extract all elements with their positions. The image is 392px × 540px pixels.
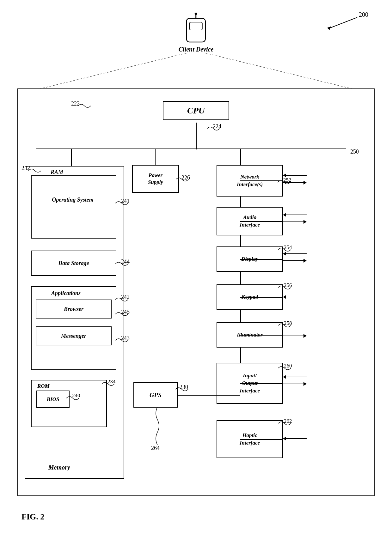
svg-marker-27 xyxy=(283,375,286,379)
squiggle-258 xyxy=(278,322,294,329)
audio-arrow-right xyxy=(283,219,308,225)
fig-label: FIG. 2 xyxy=(21,512,44,522)
memory-v-line xyxy=(71,149,72,167)
data-storage-box: Data Storage xyxy=(31,251,116,276)
svg-marker-29 xyxy=(283,437,286,440)
cpu-label: CPU xyxy=(163,101,229,120)
h-branch-illuminator xyxy=(240,335,283,336)
client-device: Client Device xyxy=(179,13,214,53)
bios-box: BIOS xyxy=(36,391,70,408)
browser-box: Browser xyxy=(36,300,112,319)
squiggle-262 xyxy=(278,420,294,427)
client-device-label: Client Device xyxy=(179,46,214,53)
svg-line-0 xyxy=(329,17,357,28)
squiggle-243 xyxy=(115,337,131,343)
messenger-label: Messenger xyxy=(61,333,86,339)
squiggle-241 xyxy=(115,200,131,206)
squiggle-242 xyxy=(115,296,131,303)
squiggle-230 xyxy=(175,386,191,392)
h-branch-network xyxy=(240,180,283,181)
ref-200-label: 200 xyxy=(359,11,368,18)
ref-250: 250 xyxy=(350,149,359,155)
squiggle-222 xyxy=(78,103,94,109)
svg-line-7 xyxy=(205,53,357,90)
svg-marker-11 xyxy=(283,173,286,177)
power-supply-label: PowerSupply xyxy=(148,172,163,186)
cpu-box: CPU xyxy=(163,101,229,120)
squiggle-224 xyxy=(207,125,223,132)
network-arrow-left xyxy=(283,172,308,179)
squiggle-240 xyxy=(66,395,82,401)
ram-label: RAM xyxy=(51,169,63,176)
squiggle-226 xyxy=(176,176,192,183)
device-icon xyxy=(185,13,207,44)
gps-label: GPS xyxy=(150,391,162,399)
squiggle-244 xyxy=(115,261,131,267)
gps-box: GPS xyxy=(133,382,178,408)
audio-arrow-left xyxy=(283,212,308,218)
keypad-arrow-left xyxy=(283,294,308,300)
svg-marker-9 xyxy=(303,181,307,185)
power-v-line xyxy=(155,149,156,166)
ram-inner-box xyxy=(31,175,116,239)
diagram-container: 200 Client Device CPU 222 224 xyxy=(0,0,392,540)
svg-marker-15 xyxy=(283,213,286,217)
squiggle-234 xyxy=(102,381,118,387)
os-label: Operating System xyxy=(41,196,104,204)
svg-marker-1 xyxy=(327,26,331,30)
h-branch-keypad xyxy=(240,297,283,298)
svg-point-3 xyxy=(195,13,197,15)
svg-marker-25 xyxy=(303,382,307,386)
squiggle-260 xyxy=(278,365,294,371)
cpu-vertical-line xyxy=(196,123,197,149)
browser-label: Browser xyxy=(64,306,83,312)
haptic-arrow-left xyxy=(283,435,308,442)
rom-label: ROM xyxy=(37,383,50,389)
h-branch-display xyxy=(240,259,283,260)
h-branch-audio xyxy=(240,221,283,222)
gps-h-connector xyxy=(178,395,240,396)
io-arrow-left xyxy=(283,374,308,380)
squiggle-245 xyxy=(115,311,131,317)
memory-label: Memory xyxy=(48,464,70,471)
squiggle-232 xyxy=(28,167,44,174)
messenger-box: Messenger xyxy=(36,326,112,345)
power-supply-box: PowerSupply xyxy=(132,165,179,193)
data-storage-label: Data Storage xyxy=(58,260,89,267)
squiggle-256 xyxy=(278,284,294,291)
svg-marker-21 xyxy=(283,295,286,299)
illuminator-arrow-right xyxy=(283,333,308,339)
svg-rect-5 xyxy=(190,22,202,30)
bios-label: BIOS xyxy=(47,396,59,403)
h-branch-haptic xyxy=(240,439,283,440)
display-arrow-left xyxy=(283,251,308,257)
apps-label: Applications xyxy=(51,290,81,297)
svg-line-6 xyxy=(35,53,187,90)
gps-bottom-squiggle xyxy=(153,407,162,445)
svg-marker-23 xyxy=(303,334,307,338)
display-arrow-right xyxy=(283,258,308,264)
svg-marker-17 xyxy=(303,259,307,263)
svg-marker-19 xyxy=(283,252,286,256)
svg-marker-13 xyxy=(303,220,307,224)
h-branch-io xyxy=(240,383,283,384)
network-arrow-right xyxy=(283,179,308,186)
ref-264: 264 xyxy=(151,445,160,452)
horizontal-bus xyxy=(36,149,346,149)
io-arrow-right xyxy=(283,381,308,387)
